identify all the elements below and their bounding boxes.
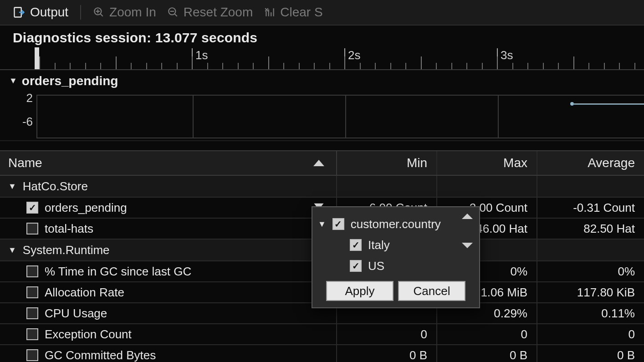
chart-name: orders_pending: [22, 74, 118, 88]
cell-empty: [537, 240, 644, 260]
apply-button[interactable]: Apply: [326, 281, 394, 301]
ruler-tick: [482, 63, 483, 69]
ruler-tick: [55, 63, 56, 69]
ruler-label: 1s: [192, 48, 208, 70]
session-duration: 13.077 seconds: [155, 30, 258, 45]
chart-gridline: [193, 96, 194, 138]
ruler-tick: [329, 63, 330, 69]
ruler-tick: [619, 63, 620, 69]
cell-avg: 0: [537, 324, 644, 344]
ruler-tick: [375, 63, 376, 69]
row-checkbox[interactable]: [26, 223, 38, 235]
filter-item-checkbox[interactable]: [350, 260, 362, 272]
ruler-tick: [314, 63, 315, 69]
scroll-up-icon[interactable]: [462, 214, 473, 219]
zoom-in-button[interactable]: Zoom In: [90, 4, 159, 20]
row-name: total-hats: [45, 222, 93, 236]
filter-item-row[interactable]: Italy: [318, 235, 462, 255]
timeline-ruler[interactable]: 1s2s3s4s: [0, 47, 644, 70]
ruler-tick: [466, 63, 467, 69]
ruler-tick: [344, 56, 345, 69]
chart-y-max: 2: [10, 91, 33, 105]
cell-empty: [537, 176, 644, 197]
cell-max: 0 B: [437, 345, 537, 362]
chart-header[interactable]: ▼ orders_pending: [0, 70, 644, 88]
row-checkbox[interactable]: [26, 286, 38, 298]
row-checkbox[interactable]: [26, 328, 38, 340]
toolbar-divider: [80, 5, 81, 20]
row-checkbox[interactable]: [26, 349, 38, 361]
ruler-tick: [421, 56, 422, 69]
col-min[interactable]: Min: [337, 151, 437, 175]
ruler-tick: [192, 56, 193, 69]
cancel-button[interactable]: Cancel: [398, 281, 465, 301]
ruler-tick: [634, 63, 635, 69]
cell-empty: [337, 176, 437, 197]
ruler-tick: [222, 63, 223, 69]
ruler-tick: [116, 56, 117, 69]
row-name: % Time in GC since last GC: [45, 265, 191, 279]
filter-group-row[interactable]: ▼ customer.country: [318, 214, 462, 235]
ruler-tick: [177, 63, 178, 69]
zoom-in-label: Zoom In: [109, 5, 156, 20]
cell-min: 0 B: [337, 345, 437, 362]
ruler-tick: [161, 63, 162, 69]
row-checkbox[interactable]: [26, 265, 38, 277]
chart-area[interactable]: 2 -6: [0, 91, 644, 141]
output-button[interactable]: Output: [10, 4, 71, 20]
ruler-tick: [85, 63, 86, 69]
cell-avg: 0%: [537, 261, 644, 281]
filter-item-label: Italy: [368, 238, 390, 252]
cell-max: 0: [437, 324, 537, 344]
expand-icon: ▼: [9, 76, 17, 86]
ruler-tick: [527, 63, 528, 69]
ruler-tick: [238, 63, 239, 69]
chart-gridline: [345, 96, 346, 138]
expand-icon: ▼: [318, 219, 326, 229]
ruler-tick: [543, 63, 544, 69]
row-name: CPU Usage: [45, 306, 107, 321]
cell-avg: -0.31 Count: [537, 198, 644, 218]
ruler-tick: [299, 63, 300, 69]
row-checkbox[interactable]: [26, 202, 38, 214]
toolbar: Output Zoom In Reset Zoom Clear S: [0, 0, 644, 25]
col-avg[interactable]: Average: [537, 151, 644, 175]
ruler-tick: [558, 63, 559, 69]
reset-zoom-button[interactable]: Reset Zoom: [164, 4, 256, 20]
ruler-tick: [512, 63, 513, 69]
table-group-row[interactable]: ▼HatCo.Store: [0, 176, 644, 198]
ruler-tick: [436, 63, 437, 69]
filter-group-checkbox[interactable]: [332, 218, 344, 230]
reset-zoom-icon: [167, 6, 179, 18]
table-row[interactable]: Exception Count000: [0, 324, 644, 345]
col-name[interactable]: Name: [0, 151, 337, 175]
session-prefix: Diagnostics session:: [13, 30, 155, 45]
row-name: GC Committed Bytes: [45, 348, 156, 362]
filter-item-checkbox[interactable]: [350, 239, 362, 251]
filter-item-label: US: [368, 259, 384, 273]
scroll-down-icon[interactable]: [462, 243, 473, 248]
cell-avg: 0.11%: [537, 303, 644, 323]
sort-asc-icon: [313, 160, 324, 166]
output-label: Output: [30, 5, 68, 20]
table-row[interactable]: GC Committed Bytes0 B0 B0 B: [0, 345, 644, 362]
row-name: orders_pending: [45, 201, 127, 215]
clear-button[interactable]: Clear S: [261, 4, 325, 20]
ruler-tick: [100, 63, 101, 69]
popup-scroll[interactable]: [462, 214, 474, 248]
row-checkbox[interactable]: [26, 307, 38, 319]
filter-item-row[interactable]: US: [318, 255, 462, 276]
zoom-in-icon: [93, 6, 105, 18]
session-title: Diagnostics session: 13.077 seconds: [0, 25, 644, 46]
expand-icon: ▼: [8, 245, 16, 255]
cell-min: 0: [337, 324, 437, 344]
ruler-tick: [131, 63, 132, 69]
data-segment: [573, 103, 644, 105]
ruler-tick: [283, 63, 284, 69]
filter-popup: ▼ customer.country Italy US Apply Cancel: [312, 206, 480, 308]
ruler-tick: [360, 63, 361, 69]
clear-icon: [264, 6, 276, 18]
col-max[interactable]: Max: [437, 151, 537, 175]
ruler-tick: [253, 63, 254, 69]
ruler-tick: [497, 56, 498, 69]
